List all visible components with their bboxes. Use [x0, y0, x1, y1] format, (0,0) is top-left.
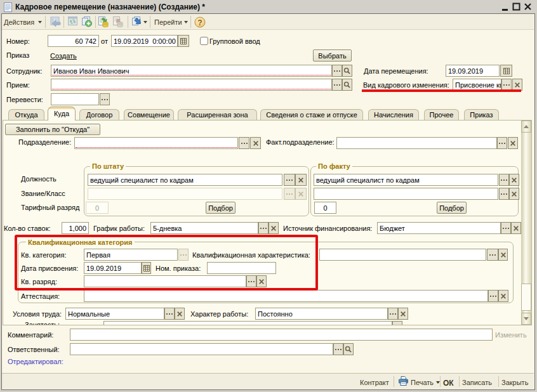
svg-text:?: ? — [197, 18, 202, 27]
